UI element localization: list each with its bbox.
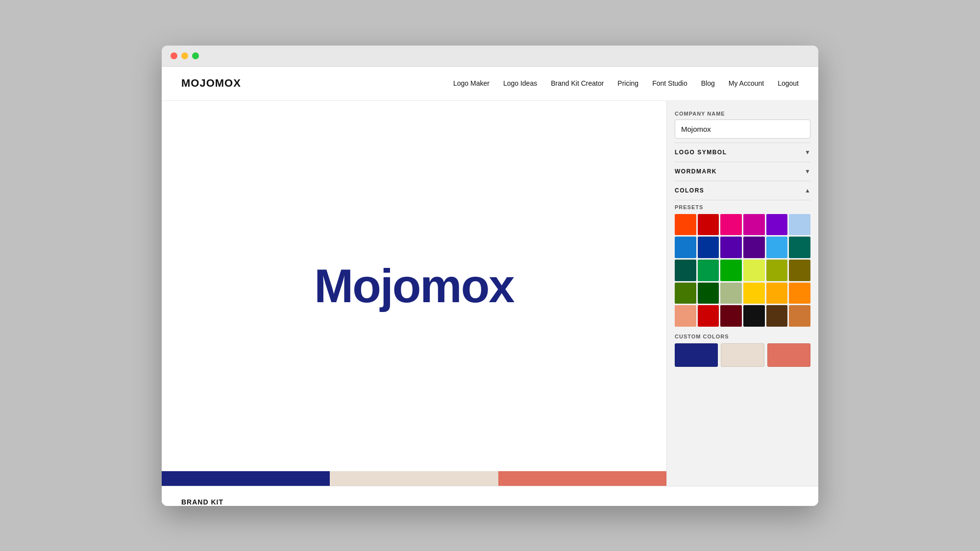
custom-color-swatch-1[interactable] bbox=[675, 343, 718, 367]
blog-link[interactable]: Blog bbox=[701, 79, 715, 87]
chevron-down-icon: ▼ bbox=[805, 149, 810, 156]
brand-kit-creator-link[interactable]: Brand Kit Creator bbox=[551, 79, 604, 87]
pricing-link[interactable]: Pricing bbox=[617, 79, 638, 87]
chevron-down-icon: ▼ bbox=[805, 168, 810, 175]
preset-swatch[interactable] bbox=[675, 237, 696, 258]
colors-accordion[interactable]: COLORS ▲ bbox=[675, 181, 810, 200]
logout-link[interactable]: Logout bbox=[778, 79, 799, 87]
desktop-background: MOJOMOX Logo Maker Logo Ideas Brand Kit … bbox=[0, 0, 980, 551]
custom-colors-label: CUSTOM COLORS bbox=[675, 334, 810, 339]
preset-swatch[interactable] bbox=[675, 260, 696, 281]
preset-swatch[interactable] bbox=[789, 260, 810, 281]
wordmark-accordion[interactable]: WORDMARK ▼ bbox=[675, 162, 810, 181]
preset-swatch[interactable] bbox=[766, 214, 788, 236]
preset-swatch[interactable] bbox=[720, 237, 742, 258]
sidebar: COMPANY NAME LOGO SYMBOL ▼ WORDMARK ▼ bbox=[666, 101, 818, 486]
preset-swatch[interactable] bbox=[743, 305, 765, 327]
preset-swatch[interactable] bbox=[789, 305, 810, 327]
browser-content: MOJOMOX Logo Maker Logo Ideas Brand Kit … bbox=[162, 67, 818, 506]
browser-window: MOJOMOX Logo Maker Logo Ideas Brand Kit … bbox=[162, 46, 818, 506]
color-bar-primary bbox=[162, 471, 330, 486]
font-studio-link[interactable]: Font Studio bbox=[652, 79, 687, 87]
preset-swatch[interactable] bbox=[675, 283, 696, 304]
chevron-up-icon: ▲ bbox=[805, 187, 810, 194]
close-button[interactable] bbox=[171, 52, 177, 59]
preset-swatch[interactable] bbox=[743, 214, 765, 236]
logo-ideas-link[interactable]: Logo Ideas bbox=[503, 79, 537, 87]
preset-swatch[interactable] bbox=[743, 260, 765, 281]
custom-colors-row bbox=[675, 343, 810, 367]
preset-swatch[interactable] bbox=[743, 237, 765, 258]
logo-maker-link[interactable]: Logo Maker bbox=[453, 79, 490, 87]
bottom-bar: BRAND KIT bbox=[162, 486, 818, 506]
custom-color-swatch-3[interactable] bbox=[767, 343, 810, 367]
preset-swatch[interactable] bbox=[789, 214, 810, 236]
main-area: Mojomox COMPANY NAME bbox=[162, 101, 818, 486]
company-name-section: COMPANY NAME bbox=[675, 111, 810, 139]
color-presets-grid bbox=[675, 214, 810, 327]
preset-swatch[interactable] bbox=[720, 214, 742, 236]
preset-swatch[interactable] bbox=[766, 283, 788, 304]
presets-label: PRESETS bbox=[675, 204, 810, 210]
browser-chrome bbox=[162, 46, 818, 67]
preset-swatch[interactable] bbox=[675, 305, 696, 327]
logo-symbol-label: LOGO SYMBOL bbox=[675, 149, 727, 156]
preset-swatch[interactable] bbox=[743, 283, 765, 304]
preset-swatch[interactable] bbox=[766, 260, 788, 281]
preview-pane: Mojomox bbox=[162, 101, 666, 486]
preset-swatch[interactable] bbox=[789, 283, 810, 304]
preset-swatch[interactable] bbox=[720, 283, 742, 304]
maximize-button[interactable] bbox=[192, 52, 199, 59]
preset-swatch[interactable] bbox=[698, 283, 719, 304]
logo-symbol-accordion[interactable]: LOGO SYMBOL ▼ bbox=[675, 143, 810, 162]
preview-canvas: Mojomox bbox=[162, 101, 666, 471]
preset-swatch[interactable] bbox=[698, 214, 719, 236]
preset-swatch[interactable] bbox=[720, 305, 742, 327]
company-name-label: COMPANY NAME bbox=[675, 111, 810, 117]
custom-color-swatch-2[interactable] bbox=[721, 343, 764, 367]
my-account-link[interactable]: My Account bbox=[729, 79, 764, 87]
company-name-input[interactable] bbox=[675, 120, 810, 139]
preset-swatch[interactable] bbox=[789, 237, 810, 258]
color-bar-secondary bbox=[330, 471, 498, 486]
wordmark-label: WORDMARK bbox=[675, 168, 717, 175]
navbar: MOJOMOX Logo Maker Logo Ideas Brand Kit … bbox=[162, 67, 818, 101]
preset-swatch[interactable] bbox=[698, 305, 719, 327]
minimize-button[interactable] bbox=[181, 52, 188, 59]
brand-kit-label: BRAND KIT bbox=[162, 491, 818, 506]
colors-label: COLORS bbox=[675, 187, 704, 194]
colors-section: PRESETS bbox=[675, 200, 810, 367]
preset-swatch[interactable] bbox=[720, 260, 742, 281]
preset-swatch[interactable] bbox=[698, 237, 719, 258]
preset-swatch[interactable] bbox=[766, 305, 788, 327]
preset-swatch[interactable] bbox=[675, 214, 696, 236]
nav-links: Logo Maker Logo Ideas Brand Kit Creator … bbox=[453, 79, 799, 87]
preset-swatch[interactable] bbox=[698, 260, 719, 281]
preset-swatch[interactable] bbox=[766, 237, 788, 258]
color-bar-strip bbox=[162, 471, 666, 486]
logo-preview-text: Mojomox bbox=[314, 259, 514, 313]
site-logo: MOJOMOX bbox=[181, 77, 241, 90]
color-bar-accent bbox=[498, 471, 666, 486]
